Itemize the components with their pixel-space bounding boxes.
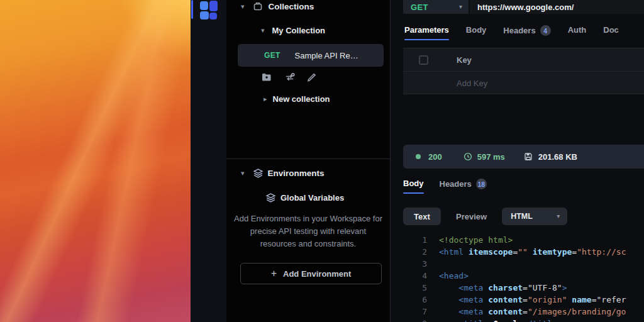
code-line: 7 <meta content="/images/branding/go bbox=[391, 306, 644, 318]
tree-item-my-collection[interactable]: ▾ My Collection bbox=[226, 23, 325, 38]
new-collection-label: New collection bbox=[273, 94, 330, 104]
response-tabs: Body Headers 18 bbox=[403, 179, 487, 196]
chevron-down-icon: ▾ bbox=[459, 4, 462, 10]
app-window: ▾ Collections ▾ My Collection GET Sample… bbox=[0, 0, 644, 322]
tab-response-body[interactable]: Body bbox=[403, 179, 424, 194]
code-line: 1<!doctype html> bbox=[391, 234, 644, 246]
tab-label: Headers bbox=[440, 179, 472, 189]
tab-label: Body bbox=[403, 179, 424, 188]
view-text-button[interactable]: Text bbox=[403, 208, 441, 225]
view-preview-button[interactable]: Preview bbox=[456, 212, 487, 221]
active-rail-indicator bbox=[191, 0, 193, 19]
environments-header[interactable]: ▾ Environments bbox=[226, 165, 325, 181]
response-size: 201.68 KB bbox=[538, 152, 577, 162]
collection-actions-row bbox=[226, 71, 390, 87]
response-time: 597 ms bbox=[477, 152, 505, 162]
code-line: 5 <meta charset="UTF-8"> bbox=[391, 282, 644, 294]
headers-count-badge: 4 bbox=[540, 25, 551, 36]
disk-icon bbox=[524, 152, 533, 161]
environments-header-label: Environments bbox=[268, 169, 325, 178]
line-number: 1 bbox=[391, 234, 427, 246]
clock-icon bbox=[464, 152, 472, 161]
tree-item-request-selected[interactable]: GET Sample API Re… bbox=[238, 44, 384, 67]
request-name-label: Sample API Re… bbox=[295, 51, 358, 60]
response-headers-count-badge: 18 bbox=[476, 179, 487, 189]
collections-header-label: Collections bbox=[269, 2, 314, 11]
tab-parameters[interactable]: Parameters bbox=[404, 25, 449, 40]
code-line: 8 <title>Google</title> bbox=[391, 318, 644, 322]
chevron-down-icon[interactable]: ▾ bbox=[241, 170, 245, 177]
request-panel: GET ▾ https://www.google.com/ Parameters… bbox=[390, 0, 644, 322]
environments-hint-text: Add Environments in your Workspace for p… bbox=[233, 213, 384, 250]
collections-sidebar: ▾ Collections ▾ My Collection GET Sample… bbox=[226, 0, 390, 322]
line-number: 6 bbox=[391, 294, 427, 306]
code-line: 3 bbox=[391, 258, 644, 270]
line-number: 8 bbox=[391, 318, 427, 322]
chevron-down-icon: ▾ bbox=[557, 213, 560, 219]
tab-response-headers[interactable]: Headers 18 bbox=[440, 179, 487, 195]
line-number: 3 bbox=[391, 258, 427, 270]
response-code-viewer[interactable]: 1<!doctype html>2<html itemscope="" item… bbox=[391, 234, 644, 322]
tab-headers[interactable]: Headers 4 bbox=[503, 25, 550, 42]
response-status-bar: 200 597 ms 201.68 KB bbox=[403, 145, 644, 169]
code-line: 2<html itemscope="" itemtype="http://sc bbox=[391, 246, 644, 258]
params-table: Key Add Key bbox=[403, 48, 644, 94]
status-dot-icon bbox=[416, 154, 421, 159]
request-tabs: Parameters Body Headers 4 Auth Doc bbox=[404, 25, 619, 42]
line-number: 5 bbox=[391, 282, 427, 294]
params-add-row[interactable]: Add Key bbox=[403, 72, 644, 95]
response-view-controls: Text Preview HTML ▾ bbox=[403, 208, 567, 225]
tab-auth[interactable]: Auth bbox=[568, 25, 587, 40]
chevron-down-icon[interactable]: ▾ bbox=[241, 3, 245, 10]
tree-item-global-variables[interactable]: Global Variables bbox=[226, 189, 344, 206]
app-logo-icon[interactable] bbox=[200, 1, 219, 21]
request-method-label: GET bbox=[264, 51, 280, 60]
status-code: 200 bbox=[428, 152, 442, 162]
layers-icon bbox=[253, 168, 263, 178]
layers-icon bbox=[265, 192, 275, 203]
chevron-right-icon[interactable]: ▸ bbox=[264, 96, 267, 103]
select-all-checkbox[interactable] bbox=[419, 55, 428, 65]
line-number: 4 bbox=[391, 270, 427, 282]
format-selected-value: HTML bbox=[511, 212, 533, 221]
url-text: https://www.google.com/ bbox=[477, 3, 574, 12]
params-table-header: Key bbox=[403, 48, 644, 72]
collections-header[interactable]: ▾ Collections bbox=[226, 0, 314, 14]
method-label: GET bbox=[411, 3, 428, 12]
add-environment-button[interactable]: + Add Environment bbox=[240, 263, 382, 284]
new-request-icon[interactable] bbox=[284, 72, 294, 82]
tab-label: Parameters bbox=[404, 25, 449, 35]
global-variables-label: Global Variables bbox=[280, 193, 344, 203]
app-rail bbox=[191, 0, 226, 322]
add-key-placeholder: Add Key bbox=[457, 79, 487, 88]
chevron-down-icon[interactable]: ▾ bbox=[261, 27, 265, 34]
new-folder-icon[interactable] bbox=[261, 72, 271, 82]
method-selector[interactable]: GET ▾ bbox=[403, 0, 469, 14]
add-environment-label: Add Environment bbox=[283, 269, 351, 279]
sidebar-section-divider bbox=[226, 158, 390, 159]
line-number: 2 bbox=[391, 246, 427, 258]
code-line: 6 <meta content="origin" name="refer bbox=[391, 294, 644, 306]
collection-box-icon bbox=[253, 1, 263, 11]
tab-label: Auth bbox=[568, 25, 587, 35]
url-input[interactable]: https://www.google.com/ bbox=[470, 0, 644, 14]
tab-doc[interactable]: Doc bbox=[603, 25, 619, 40]
tab-body[interactable]: Body bbox=[466, 25, 487, 40]
format-dropdown[interactable]: HTML ▾ bbox=[502, 208, 567, 225]
key-column-header: Key bbox=[457, 55, 472, 65]
tree-item-new-collection[interactable]: ▸ New collection bbox=[226, 91, 330, 106]
tab-label: Body bbox=[466, 25, 487, 35]
tab-label: Doc bbox=[603, 25, 619, 35]
code-line: 4<head> bbox=[391, 270, 644, 282]
desktop-wallpaper bbox=[0, 0, 191, 322]
tab-label: Headers bbox=[503, 26, 535, 35]
edit-slash-icon[interactable] bbox=[306, 72, 316, 82]
collection-name-label: My Collection bbox=[272, 26, 326, 35]
line-number: 7 bbox=[391, 306, 427, 318]
plus-icon: + bbox=[271, 269, 277, 279]
